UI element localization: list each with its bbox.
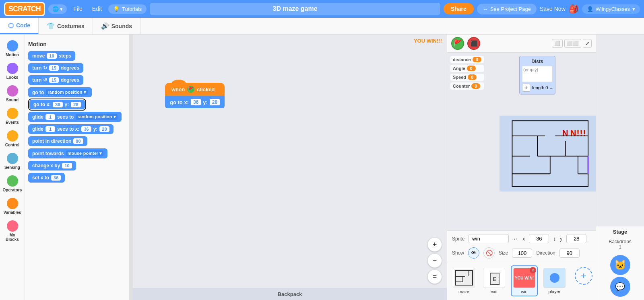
sidebar-item-control[interactable]: Control (1, 128, 24, 150)
hat-block[interactable]: when 🚩 clicked (165, 83, 225, 96)
sidebar-item-variables[interactable]: Variables (1, 195, 24, 217)
sprite-thumb-player-label: player (549, 289, 561, 294)
block-glide-random[interactable]: glide 1 secs to random position ▾ (28, 112, 122, 122)
sprite-thumb-exit[interactable]: E exit (481, 265, 508, 296)
sprite-thumb-maze-label: maze (458, 289, 469, 294)
sprites-tray: maze E exit (447, 262, 596, 300)
blocks-panel: Motion Looks Sound Events Control Sensin… (0, 35, 129, 300)
edit-menu[interactable]: Edit (89, 4, 105, 14)
add-sprite-area: + (575, 267, 592, 285)
script-y-value: 28 (210, 99, 220, 105)
y-coord-label: y (560, 236, 562, 242)
block-goto-random[interactable]: go to random position ▾ (28, 87, 92, 97)
backpack-bar[interactable]: Backpack (133, 288, 447, 300)
block-point-dir[interactable]: point in direction 90 (28, 136, 87, 146)
sounds-icon: 🔊 (101, 22, 109, 30)
block-turn-ccw[interactable]: turn ↺ 15 degrees (28, 75, 83, 85)
sidebar-item-looks[interactable]: Looks (1, 60, 24, 82)
direction-label: Direction (536, 250, 555, 256)
maze-display: N!!! N (500, 77, 596, 230)
block-point-towards[interactable]: point towards mouse-pointer ▾ (28, 148, 107, 158)
sprite-label: Sprite (452, 236, 464, 242)
language-button[interactable]: 🌐 ▾ (48, 4, 67, 14)
zoom-reset-button[interactable]: = (427, 269, 442, 284)
main-area: Motion Looks Sound Events Control Sensin… (0, 35, 644, 300)
sidebar-item-sound[interactable]: Sound (1, 83, 24, 105)
block-change-x[interactable]: change x by 10 (28, 161, 76, 171)
size-input[interactable] (512, 249, 532, 258)
events-dot (7, 108, 18, 119)
green-flag-button[interactable]: 🚩 (451, 37, 464, 50)
sidebar-item-operators[interactable]: Operators (1, 173, 24, 195)
stop-button[interactable]: ⬛ (467, 37, 480, 50)
zoom-out-button[interactable]: − (427, 253, 442, 268)
zoom-controls: + − = (427, 237, 442, 284)
svg-rect-15 (587, 156, 589, 174)
stage-layout-buttons: ⬜ ⬜⬜ ⤢ (552, 39, 592, 48)
you-win-label: YOU WIN!!! (414, 38, 442, 44)
panel-separator[interactable] (129, 35, 133, 300)
zoom-in-button[interactable]: + (427, 237, 442, 252)
block-turn-cw[interactable]: turn ↻ 15 degrees (28, 63, 83, 73)
block-move[interactable]: move 10 steps (28, 51, 75, 61)
stage-thumbnail-svg (599, 38, 640, 66)
sprite-name-input[interactable] (469, 234, 509, 243)
tab-sounds[interactable]: 🔊 Sounds (93, 18, 140, 34)
file-menu[interactable]: File (70, 4, 86, 14)
myblocks-dot (7, 220, 18, 232)
var-row-angle: Angle 0 (450, 65, 484, 72)
block-goto-xy-wrapper: go to x: 36 y: 28 (28, 99, 86, 111)
layout-small-button[interactable]: ⬜ (552, 39, 563, 48)
sidebar-item-sensing[interactable]: Sensing (1, 150, 24, 172)
show-visibility-button[interactable]: 👁 (468, 247, 479, 259)
y-coord-input[interactable] (566, 234, 586, 243)
vars-display: distance 0 Angle 0 Speed 0 Counter (450, 56, 484, 90)
operators-label: Operators (3, 188, 22, 192)
stage-side-panel: Stage Backdrops 1 🐱 💬 (596, 35, 644, 300)
var-row-counter: Counter 0 (450, 82, 484, 90)
block-glide-xy[interactable]: glide 1 secs to x: 36 y: 28 (28, 124, 114, 134)
looks-dot (7, 63, 18, 74)
hat-block-container: when 🚩 clicked (165, 83, 225, 96)
sidebar-item-myblocks[interactable]: My Blocks (1, 218, 24, 244)
user-menu-button[interactable]: 👤 WiingyClasses ▾ (582, 4, 640, 14)
direction-input[interactable] (559, 249, 580, 258)
message-button[interactable]: 💬 (610, 277, 630, 297)
sprite-thumb-player[interactable]: player (541, 265, 568, 296)
sidebar-item-events[interactable]: Events (1, 105, 24, 127)
tab-costumes[interactable]: 👕 Costumes (39, 18, 93, 34)
share-button[interactable]: Share (444, 3, 474, 14)
script-area[interactable]: YOU WIN!!! when 🚩 clicked go to x: 36 y:… (133, 35, 447, 300)
sidebar-item-motion[interactable]: Motion (1, 38, 24, 60)
block-set-x[interactable]: set x to 36 (28, 173, 65, 183)
stage-area[interactable]: distance 0 Angle 0 Speed 0 Counter (447, 53, 596, 230)
sprite-thumb-win-label: win (521, 289, 528, 294)
tutorials-button[interactable]: 💡 Tutorials (108, 4, 147, 14)
add-sprite-button[interactable]: + (575, 267, 592, 285)
project-name-input[interactable] (150, 3, 440, 15)
maze-svg: N!!! N (500, 77, 596, 230)
layout-fullscreen-button[interactable]: ⤢ (583, 39, 592, 48)
stage-toolbar: 🚩 ⬛ ⬜ ⬜⬜ ⤢ (447, 35, 596, 53)
sprite-thumb-maze[interactable]: maze (450, 265, 477, 296)
tab-code[interactable]: ⬡ Code (0, 18, 39, 34)
control-label: Control (5, 143, 20, 147)
scratch-cat-button[interactable]: 🐱 (610, 255, 630, 275)
win-sprite-delete-badge[interactable]: ✕ (530, 267, 536, 273)
see-project-button[interactable]: ↔ See Project Page (477, 4, 537, 14)
topbar: SCRATCH 🌐 ▾ File Edit 💡 Tutorials Share … (0, 0, 644, 18)
sound-dot (7, 85, 18, 97)
save-now-button[interactable]: Save Now (540, 6, 566, 12)
backpack-icon-button[interactable]: 🎒 (569, 4, 579, 14)
x-coord-input[interactable] (529, 234, 549, 243)
script-goto-xy-block[interactable]: go to x: 36 y: 28 (165, 96, 225, 108)
sprite-thumb-win[interactable]: YOU WIN! ✕ win (511, 265, 538, 296)
stage-thumb-area (596, 35, 644, 226)
svg-rect-16 (454, 269, 474, 287)
var-row-speed: Speed 0 (450, 74, 484, 81)
variables-dot (7, 198, 18, 209)
sprite-thumb-exit-img: E (483, 268, 505, 288)
hide-visibility-button[interactable]: 🚫 (483, 247, 495, 259)
layout-medium-button[interactable]: ⬜⬜ (564, 39, 581, 48)
block-goto-xy[interactable]: go to x: 36 y: 28 (29, 100, 85, 109)
